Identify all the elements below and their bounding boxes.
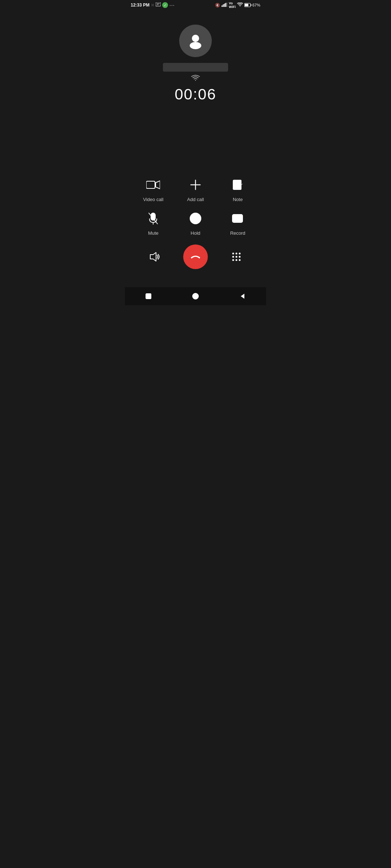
nav-square-button[interactable] bbox=[141, 289, 156, 303]
call-timer: 00:06 bbox=[175, 86, 216, 103]
svg-rect-5 bbox=[224, 4, 225, 7]
status-time: 12:33 PM bbox=[131, 3, 150, 8]
check-app-icon: ✓ bbox=[162, 2, 168, 8]
mute-icon: 🔇 bbox=[215, 3, 220, 8]
avatar-section: 00:06 bbox=[125, 10, 266, 103]
signal-icon bbox=[222, 2, 227, 8]
svg-rect-7 bbox=[227, 3, 227, 7]
mute-button[interactable]: Mute bbox=[132, 209, 175, 236]
status-bar: 12:33 PM ⁙ ✓ ··· 🔇 VoWiFi bbox=[125, 0, 266, 10]
end-call-button[interactable] bbox=[183, 244, 208, 269]
more-dots-icon: ··· bbox=[169, 2, 175, 8]
svg-rect-6 bbox=[226, 3, 227, 7]
nav-square-icon bbox=[145, 293, 152, 299]
nav-back-icon bbox=[239, 293, 246, 299]
video-call-button[interactable]: Video call bbox=[132, 176, 175, 202]
battery-percent: 67% bbox=[252, 3, 260, 7]
svg-rect-9 bbox=[245, 4, 248, 7]
wifi-calling-icon bbox=[190, 75, 201, 84]
svg-rect-4 bbox=[223, 4, 224, 7]
svg-point-23 bbox=[190, 213, 201, 224]
svg-point-35 bbox=[232, 256, 234, 258]
mute-label: Mute bbox=[148, 230, 159, 236]
add-call-button[interactable]: Add call bbox=[175, 176, 217, 202]
video-call-icon-wrap bbox=[144, 176, 162, 194]
mute-icon-wrap bbox=[144, 209, 162, 227]
add-call-icon-wrap bbox=[186, 176, 205, 194]
bottom-actions bbox=[132, 244, 259, 269]
video-call-icon bbox=[146, 180, 160, 190]
avatar bbox=[179, 25, 212, 57]
note-icon-wrap bbox=[229, 176, 247, 194]
wifi-icon bbox=[237, 2, 243, 8]
end-call-icon bbox=[189, 254, 202, 260]
svg-point-38 bbox=[232, 259, 234, 261]
svg-point-36 bbox=[236, 256, 237, 258]
svg-marker-14 bbox=[156, 181, 160, 189]
record-icon bbox=[232, 212, 244, 225]
hold-label: Hold bbox=[191, 230, 201, 236]
svg-point-33 bbox=[236, 253, 237, 255]
svg-rect-13 bbox=[146, 181, 155, 188]
status-left: 12:33 PM ⁙ ✓ ··· bbox=[131, 2, 175, 8]
svg-rect-24 bbox=[193, 216, 195, 221]
svg-rect-29 bbox=[237, 218, 241, 220]
dialpad-icon bbox=[231, 252, 241, 262]
nav-back-button[interactable] bbox=[235, 289, 250, 303]
message-status-icon bbox=[156, 3, 161, 8]
controls-grid: Video call Add call Note bbox=[132, 176, 259, 236]
svg-marker-31 bbox=[150, 252, 156, 261]
battery-icon: 67% bbox=[244, 3, 260, 7]
grid-status-icon: ⁙ bbox=[151, 3, 154, 8]
hold-button[interactable]: Hold bbox=[175, 209, 217, 236]
nav-bar bbox=[125, 287, 266, 305]
record-label: Record bbox=[230, 230, 245, 236]
nav-home-icon bbox=[192, 293, 199, 300]
svg-rect-3 bbox=[222, 5, 223, 7]
svg-point-34 bbox=[239, 253, 241, 255]
nav-home-button[interactable] bbox=[188, 289, 203, 303]
video-call-label: Video call bbox=[143, 197, 163, 202]
svg-point-11 bbox=[192, 35, 199, 42]
add-call-icon bbox=[190, 179, 201, 190]
svg-rect-25 bbox=[196, 216, 198, 221]
hold-icon-wrap bbox=[186, 209, 205, 227]
note-button[interactable]: Note bbox=[216, 176, 259, 202]
note-label: Note bbox=[233, 197, 243, 202]
svg-point-32 bbox=[232, 253, 234, 255]
mute-icon bbox=[148, 212, 158, 225]
controls-section: Video call Add call Note bbox=[125, 176, 266, 269]
svg-point-12 bbox=[190, 42, 201, 49]
contact-name-bar bbox=[163, 63, 228, 72]
svg-point-27 bbox=[234, 217, 236, 220]
person-icon bbox=[186, 32, 205, 50]
svg-rect-28 bbox=[237, 216, 241, 217]
svg-rect-0 bbox=[156, 3, 161, 6]
speaker-icon bbox=[149, 251, 160, 263]
svg-point-37 bbox=[239, 256, 241, 258]
svg-rect-41 bbox=[146, 294, 151, 299]
svg-point-39 bbox=[236, 259, 237, 261]
hold-icon bbox=[189, 212, 202, 225]
svg-rect-30 bbox=[237, 221, 240, 222]
svg-point-43 bbox=[194, 295, 197, 297]
speaker-button[interactable] bbox=[147, 249, 163, 265]
dialpad-button[interactable] bbox=[228, 249, 244, 265]
svg-rect-10 bbox=[251, 4, 251, 6]
svg-point-40 bbox=[239, 259, 241, 261]
add-call-label: Add call bbox=[187, 197, 204, 202]
status-right: 🔇 VoWiFi 67% bbox=[215, 1, 260, 9]
svg-marker-44 bbox=[241, 294, 244, 299]
note-icon bbox=[232, 179, 243, 190]
volte-icon: VoWiFi bbox=[229, 1, 236, 9]
record-button[interactable]: Record bbox=[216, 209, 259, 236]
record-icon-wrap bbox=[229, 209, 247, 227]
